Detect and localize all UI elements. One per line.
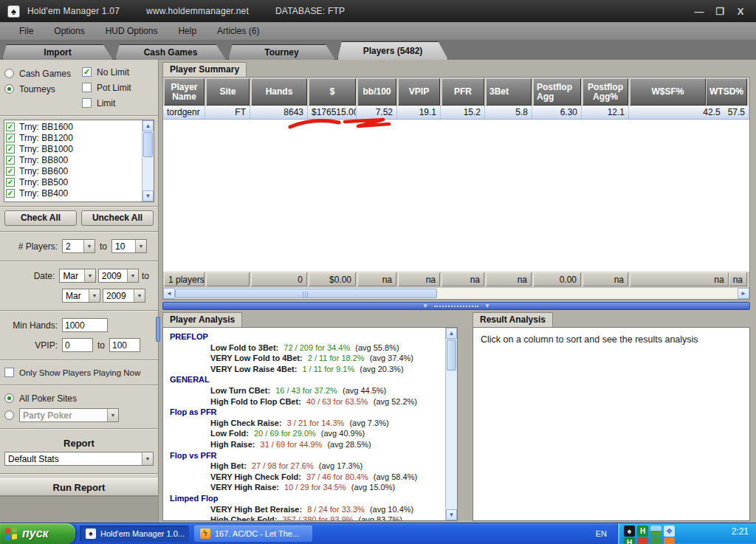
- column-header[interactable]: Hands: [251, 78, 307, 106]
- table-row[interactable]: tordgenrFT8643$176515.007.5219.115.25.86…: [163, 106, 749, 120]
- checkbox-icon[interactable]: [4, 368, 14, 377]
- scroll-up-icon[interactable]: ▲: [142, 120, 154, 131]
- column-header[interactable]: 3Bet: [486, 78, 532, 106]
- tray-h2-icon[interactable]: H: [624, 537, 635, 544]
- vpip-to-input[interactable]: [109, 338, 140, 352]
- checkbox-checked-icon[interactable]: ✓: [6, 156, 15, 165]
- panel-splitter[interactable]: ▼ ▼: [162, 302, 750, 310]
- analysis-scrollbar[interactable]: ▲ ▼: [445, 328, 457, 520]
- date-from-month-select[interactable]: Mar ▼: [59, 269, 95, 283]
- checkbox-checked-icon[interactable]: ✓: [82, 67, 92, 77]
- vpip-from-input[interactable]: [62, 338, 93, 352]
- list-item[interactable]: ✓ Trny: BB500: [6, 176, 140, 187]
- tab-players[interactable]: Players (5482): [337, 41, 448, 60]
- list-item[interactable]: ✓ Trny: BB1200: [6, 132, 140, 143]
- radio-icon[interactable]: [4, 69, 14, 78]
- checkbox-checked-icon[interactable]: ✓: [6, 145, 15, 154]
- checkbox-no-limit[interactable]: ✓ No Limit: [82, 64, 154, 80]
- players-to-select[interactable]: 10 ▼: [111, 239, 147, 253]
- chevron-down-icon[interactable]: ▼: [134, 289, 145, 302]
- checkbox-checked-icon[interactable]: ✓: [6, 123, 15, 131]
- tray-network-icon[interactable]: ❖: [664, 526, 675, 537]
- tab-tourney[interactable]: Tourney: [228, 44, 335, 60]
- date-from-year-select[interactable]: 2009 ▼: [98, 269, 139, 283]
- menu-help[interactable]: Help: [168, 26, 207, 36]
- uncheck-all-button[interactable]: Uncheck All: [81, 210, 154, 226]
- horizontal-scrollbar[interactable]: ◄ ►: [163, 287, 749, 299]
- radio-all-poker-sites[interactable]: All Poker Sites: [4, 390, 154, 407]
- start-button[interactable]: пуск: [0, 523, 75, 544]
- radio-single-site[interactable]: Party Poker ▼: [4, 407, 154, 424]
- chevron-down-icon[interactable]: ▼: [89, 289, 100, 302]
- chevron-down-icon[interactable]: ▼: [107, 409, 118, 421]
- chevron-down-icon[interactable]: ▼: [83, 240, 94, 252]
- checkbox-checked-icon[interactable]: ✓: [6, 134, 15, 142]
- list-scrollbar[interactable]: ▲ ▼: [142, 120, 154, 202]
- sidebar-splitter[interactable]: [156, 317, 160, 342]
- maximize-icon[interactable]: ❒: [712, 6, 728, 17]
- menu-hud-options[interactable]: HUD Options: [95, 26, 168, 36]
- column-header[interactable]: Player Name: [164, 78, 205, 106]
- column-header[interactable]: W$SF%: [630, 78, 706, 106]
- checkbox-checked-icon[interactable]: ✓: [6, 167, 15, 176]
- taskbar-button-holdem-manager[interactable]: ♠ Hold'em Manager 1.0...: [80, 526, 189, 542]
- site-select[interactable]: Party Poker ▼: [19, 408, 119, 422]
- tray-picture-icon[interactable]: [650, 526, 662, 537]
- list-item[interactable]: ✓ Trny: BB400: [6, 187, 140, 199]
- column-header[interactable]: Postflop Agg: [533, 78, 581, 106]
- column-header[interactable]: $: [309, 78, 356, 106]
- tray-orange-icon[interactable]: [664, 537, 675, 544]
- radio-selected-icon[interactable]: [4, 84, 14, 94]
- radio-selected-icon[interactable]: [4, 393, 14, 403]
- column-header[interactable]: bb/100: [357, 78, 396, 106]
- chevron-down-icon[interactable]: ▼: [127, 269, 138, 282]
- checkbox-checked-icon[interactable]: ✓: [6, 178, 15, 187]
- tray-holdem-icon[interactable]: ♠: [624, 526, 635, 537]
- splitter-arrow-icon[interactable]: ▼: [422, 303, 428, 309]
- list-item[interactable]: ✓ Trny: BB1000: [6, 143, 140, 154]
- tray-red-icon[interactable]: [637, 537, 648, 544]
- check-all-button[interactable]: Check All: [4, 210, 77, 226]
- splitter-arrow-icon[interactable]: ▼: [484, 303, 490, 309]
- chevron-down-icon[interactable]: ▼: [84, 269, 95, 282]
- tray-h-icon[interactable]: H: [637, 526, 648, 537]
- checkbox-icon[interactable]: [82, 98, 92, 108]
- radio-tourneys[interactable]: Tourneys: [4, 81, 82, 97]
- scroll-up-icon[interactable]: ▲: [446, 328, 457, 339]
- radio-cash-games[interactable]: Cash Games: [4, 66, 82, 81]
- close-icon[interactable]: X: [732, 6, 749, 17]
- scroll-thumb[interactable]: [447, 340, 456, 371]
- column-header[interactable]: PFR: [441, 78, 484, 106]
- tab-import[interactable]: Import: [2, 44, 113, 60]
- list-item[interactable]: ✓ Trny: BB800: [6, 154, 140, 165]
- splitter-grip[interactable]: [434, 306, 478, 307]
- run-report-button[interactable]: Run Report: [0, 478, 158, 496]
- scroll-down-icon[interactable]: ▼: [142, 190, 154, 202]
- column-header[interactable]: VPIP: [398, 78, 440, 106]
- checkbox-limit[interactable]: Limit: [82, 95, 154, 111]
- date-to-year-select[interactable]: 2009 ▼: [103, 289, 145, 303]
- menu-articles[interactable]: Articles (6): [207, 26, 269, 36]
- scroll-thumb[interactable]: [175, 289, 437, 298]
- column-header[interactable]: Postflop Agg%: [583, 78, 628, 106]
- date-to-month-select[interactable]: Mar ▼: [62, 289, 100, 303]
- menu-options[interactable]: Options: [44, 26, 94, 36]
- report-select[interactable]: Default Stats ▼: [4, 452, 154, 466]
- scroll-left-icon[interactable]: ◄: [163, 288, 175, 299]
- column-header[interactable]: Site: [206, 78, 250, 106]
- language-indicator[interactable]: EN: [585, 529, 617, 538]
- tray-green-icon[interactable]: [650, 537, 662, 544]
- radio-icon[interactable]: [4, 410, 14, 420]
- list-item[interactable]: ✓ Trny: BB600: [6, 165, 140, 176]
- menu-file[interactable]: File: [9, 26, 44, 36]
- taskbar-button-winamp[interactable]: ϟ 167. AC/DC - Let The...: [194, 526, 312, 542]
- players-from-select[interactable]: 2 ▼: [62, 239, 95, 253]
- scroll-thumb[interactable]: [143, 132, 153, 157]
- checkbox-only-show-playing[interactable]: Only Show Players Playing Now: [4, 365, 154, 380]
- column-header[interactable]: WTSD%: [706, 78, 747, 106]
- checkbox-pot-limit[interactable]: Pot Limit: [82, 80, 154, 95]
- min-hands-input[interactable]: [62, 318, 108, 332]
- checkbox-icon[interactable]: [82, 83, 92, 92]
- minimize-icon[interactable]: —: [691, 6, 707, 17]
- tab-cash-games[interactable]: Cash Games: [115, 44, 226, 60]
